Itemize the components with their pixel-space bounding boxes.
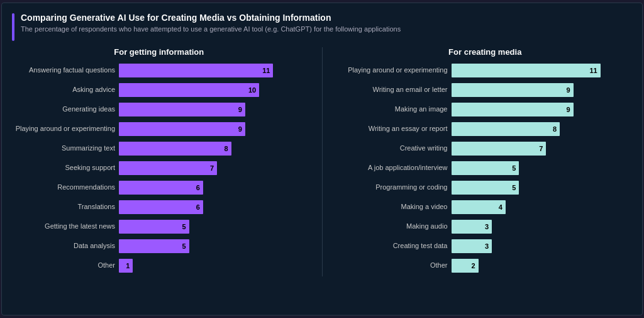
left-bar-label: Asking advice [12,86,119,94]
left-bar-wrap: 9 [119,122,306,136]
right-bar-label: Making a video [338,203,452,211]
right-bar-label: Making an image [338,105,452,113]
left-bar-label: Translations [12,203,119,211]
left-bar-value: 7 [210,164,214,172]
right-bar: 5 [452,181,519,195]
left-bar-label: Data analysis [12,242,119,250]
right-bar-wrap: 7 [452,142,633,156]
left-bar-row: Summarizing text 8 [12,140,306,157]
left-bar-wrap: 5 [119,220,306,234]
right-bar-value: 5 [512,184,516,191]
right-bar-label: Programming or coding [338,183,452,191]
left-bar-wrap: 6 [119,200,306,214]
right-bar-row: Making a video 4 [338,198,633,216]
left-bar-wrap: 6 [119,181,306,195]
right-bar: 7 [452,142,547,156]
left-bar-value: 10 [248,86,256,94]
left-bar-label: Playing around or experimenting [12,125,119,133]
left-bar-label: Generating ideas [12,105,119,113]
right-bar-value: 11 [589,67,597,74]
right-bar-label: Playing around or experimenting [338,66,452,74]
right-bar-wrap: 4 [452,200,633,214]
left-bars-container: Answering factual questions 11 Asking ad… [12,62,306,275]
left-bar-row: Asking advice 10 [12,81,306,99]
right-bar-value: 9 [566,106,570,113]
right-bar-value: 2 [472,262,475,270]
right-bar-wrap: 9 [452,103,633,116]
right-bar-label: Making audio [338,222,452,230]
left-bar-label: Summarizing text [12,144,119,152]
right-bar-wrap: 11 [452,64,633,77]
left-bar-row: Data analysis 5 [12,237,306,255]
right-bar: 9 [452,103,574,116]
left-bar: 10 [119,83,259,97]
left-bar-wrap: 8 [119,142,306,156]
left-bar: 9 [119,103,245,116]
left-bar: 5 [119,220,189,234]
right-bar-row: Programming or coding 5 [338,179,633,196]
left-bar: 9 [119,122,245,136]
left-bar-label: Seeking support [12,164,119,172]
left-bar-value: 8 [224,145,228,152]
left-bar: 6 [119,181,203,195]
left-bar-value: 11 [262,67,270,74]
right-bar: 8 [452,122,560,136]
accent-bar [12,13,14,41]
right-bar-value: 5 [512,164,516,172]
left-bar-label: Answering factual questions [12,66,119,74]
left-bar-row: Playing around or experimenting 9 [12,120,306,138]
left-bar-wrap: 5 [119,239,306,253]
right-bar-wrap: 3 [452,239,633,253]
left-bar: 6 [119,200,203,214]
left-bar-wrap: 11 [119,64,306,77]
right-bar-row: Writing an email or letter 9 [338,81,633,99]
right-bar-wrap: 8 [452,122,633,136]
right-bar-value: 3 [485,242,489,250]
right-bar: 3 [452,220,492,234]
left-bar-label: Recommendations [12,183,119,191]
left-bar-wrap: 10 [119,83,306,97]
right-bar-label: Other [338,261,452,270]
left-bar-label: Getting the latest news [12,222,119,230]
right-bar: 9 [452,83,574,97]
right-bars-container: Playing around or experimenting 11 Writi… [338,62,633,275]
right-bar: 5 [452,161,519,175]
right-bar: 11 [452,64,601,77]
left-bar: 11 [119,64,273,77]
right-bar-wrap: 5 [452,161,633,175]
right-bar-value: 8 [553,125,557,133]
left-bar-value: 9 [238,106,242,113]
right-bar-row: Creating test data 3 [338,237,633,255]
charts-row: For getting information Answering factua… [12,47,632,276]
chart-title: Comparing Generative AI Use for Creating… [21,12,401,23]
left-bar-value: 6 [196,184,200,191]
left-bar-wrap: 1 [119,259,306,273]
left-bar-value: 5 [182,223,186,230]
right-chart-title: For creating media [338,47,633,57]
chart-header: Comparing Generative AI Use for Creating… [12,12,632,41]
left-bar-value: 6 [196,203,200,211]
header-text: Comparing Generative AI Use for Creating… [21,12,401,33]
left-chart-section: For getting information Answering factua… [12,47,306,276]
right-bar-wrap: 2 [452,259,633,273]
right-bar-label: Creative writing [338,144,452,152]
right-bar-wrap: 5 [452,181,633,195]
left-bar: 5 [119,239,189,253]
left-bar-value: 1 [126,262,130,270]
chart-subtitle: The percentage of respondents who have a… [21,25,401,33]
right-bar-value: 7 [539,145,543,152]
left-bar-label: Other [12,261,119,270]
right-bar: 3 [452,239,492,253]
right-bar-label: Creating test data [338,242,452,250]
left-bar-wrap: 9 [119,103,306,116]
left-bar-row: Other 1 [12,257,306,275]
left-bar: 7 [119,161,217,175]
right-bar-row: Other 2 [338,257,633,275]
left-bar-row: Recommendations 6 [12,179,306,196]
right-bar-row: Making an image 9 [338,101,633,118]
left-bar-row: Answering factual questions 11 [12,62,306,79]
right-bar-row: Making audio 3 [338,218,633,236]
right-bar: 2 [452,259,479,273]
left-chart-title: For getting information [12,47,306,57]
left-bar-row: Getting the latest news 5 [12,218,306,236]
